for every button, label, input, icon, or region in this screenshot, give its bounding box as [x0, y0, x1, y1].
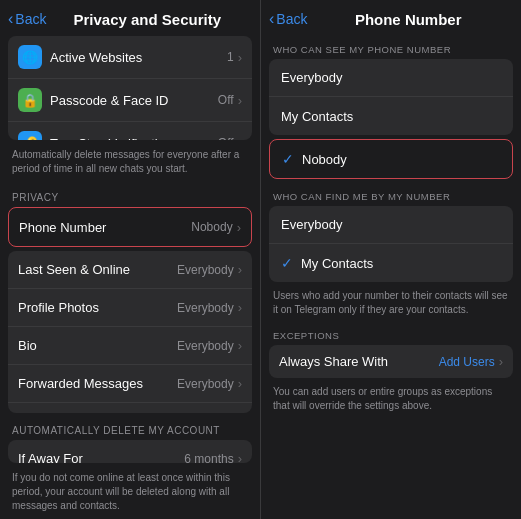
phone-number-value: Nobody [191, 220, 232, 234]
two-step-value: Off [218, 136, 234, 140]
phone-number-item[interactable]: Phone Number Nobody › [9, 208, 251, 246]
always-share-chevron-icon: › [499, 354, 503, 369]
if-away-item[interactable]: If Away For 6 months › [8, 440, 252, 463]
right-header: ‹ Back Phone Number [261, 0, 521, 36]
forwarded-messages-chevron-icon: › [238, 376, 242, 391]
everybody-see-label: Everybody [281, 70, 501, 85]
last-seen-label: Last Seen & Online [18, 262, 177, 277]
who-find-section-label: WHO CAN FIND ME BY MY NUMBER [261, 183, 521, 206]
exceptions-desc: You can add users or entire groups as ex… [261, 382, 521, 418]
left-title: Privacy and Security [46, 11, 248, 28]
bio-value: Everybody [177, 339, 234, 353]
if-away-value: 6 months [184, 452, 233, 463]
my-contacts-see-label: My Contacts [281, 109, 501, 124]
who-find-group: Everybody ✓ My Contacts [269, 206, 513, 282]
left-header: ‹ Back Privacy and Security [0, 0, 260, 36]
if-away-desc: If you do not come online at least once … [0, 467, 260, 519]
two-step-chevron-icon: › [238, 136, 242, 141]
always-share-item[interactable]: Always Share With Add Users › [269, 345, 513, 378]
everybody-find-label: Everybody [281, 217, 501, 232]
bio-item[interactable]: Bio Everybody › [8, 327, 252, 365]
active-websites-icon: 🌐 [18, 45, 42, 69]
who-see-top-group: Everybody My Contacts [269, 59, 513, 135]
privacy-section-label: PRIVACY [0, 182, 260, 207]
profile-photos-value: Everybody [177, 301, 234, 315]
left-back-button[interactable]: ‹ Back [8, 10, 46, 28]
phone-number-label: Phone Number [19, 220, 191, 235]
left-panel: ‹ Back Privacy and Security 🌐 Active Web… [0, 0, 260, 519]
right-back-button[interactable]: ‹ Back [269, 10, 307, 28]
active-websites-value: 1 [227, 50, 234, 64]
if-away-chevron-icon: › [238, 451, 242, 463]
nobody-see-item[interactable]: ✓ Nobody [270, 140, 512, 178]
my-contacts-find-label: My Contacts [301, 256, 501, 271]
if-away-group: If Away For 6 months › [8, 440, 252, 463]
passcode-chevron-icon: › [238, 93, 242, 108]
two-step-item[interactable]: 🔑 Two-Step Verification Off › [8, 122, 252, 140]
exceptions-section-label: EXCEPTIONS [261, 322, 521, 345]
right-back-chevron-icon: ‹ [269, 10, 274, 28]
two-step-label: Two-Step Verification [50, 136, 218, 141]
nobody-checkmark-icon: ✓ [282, 151, 294, 167]
forwarded-messages-item[interactable]: Forwarded Messages Everybody › [8, 365, 252, 403]
calls-item[interactable]: Calls Everybody › [8, 403, 252, 413]
passcode-label: Passcode & Face ID [50, 93, 218, 108]
passcode-icon: 🔒 [18, 88, 42, 112]
auto-delete-desc: Automatically delete messages for everyo… [0, 144, 260, 182]
left-back-chevron-icon: ‹ [8, 10, 13, 28]
always-share-label: Always Share With [279, 354, 439, 369]
everybody-see-item[interactable]: Everybody [269, 59, 513, 97]
active-websites-item[interactable]: 🌐 Active Websites 1 › [8, 36, 252, 79]
my-contacts-find-checkmark-icon: ✓ [281, 255, 293, 271]
last-seen-value: Everybody [177, 263, 234, 277]
last-seen-chevron-icon: › [238, 262, 242, 277]
profile-photos-chevron-icon: › [238, 300, 242, 315]
privacy-items-group: Last Seen & Online Everybody › Profile P… [8, 251, 252, 413]
my-contacts-see-item[interactable]: My Contacts [269, 97, 513, 135]
top-items-group: 🌐 Active Websites 1 › 🔒 Passcode & Face … [8, 36, 252, 140]
bio-label: Bio [18, 338, 177, 353]
if-away-label: If Away For [18, 451, 184, 463]
profile-photos-label: Profile Photos [18, 300, 177, 315]
two-step-icon: 🔑 [18, 131, 42, 140]
find-desc: Users who add your number to their conta… [261, 286, 521, 322]
everybody-find-item[interactable]: Everybody [269, 206, 513, 244]
active-websites-chevron-icon: › [238, 50, 242, 65]
profile-photos-item[interactable]: Profile Photos Everybody › [8, 289, 252, 327]
right-back-label: Back [276, 11, 307, 27]
left-back-label: Back [15, 11, 46, 27]
forwarded-messages-label: Forwarded Messages [18, 376, 177, 391]
add-users-label: Add Users [439, 355, 495, 369]
bio-chevron-icon: › [238, 338, 242, 353]
phone-number-chevron-icon: › [237, 220, 241, 235]
last-seen-item[interactable]: Last Seen & Online Everybody › [8, 251, 252, 289]
right-title: Phone Number [307, 11, 509, 28]
my-contacts-find-item[interactable]: ✓ My Contacts [269, 244, 513, 282]
passcode-item[interactable]: 🔒 Passcode & Face ID Off › [8, 79, 252, 122]
passcode-value: Off [218, 93, 234, 107]
phone-number-highlighted-group: Phone Number Nobody › [8, 207, 252, 247]
active-websites-label: Active Websites [50, 50, 227, 65]
nobody-highlighted-group: ✓ Nobody [269, 139, 513, 179]
nobody-see-label: Nobody [302, 152, 500, 167]
right-panel: ‹ Back Phone Number WHO CAN SEE MY PHONE… [260, 0, 521, 519]
forwarded-messages-value: Everybody [177, 377, 234, 391]
auto-account-section-label: AUTOMATICALLY DELETE MY ACCOUNT [0, 415, 260, 440]
who-see-section-label: WHO CAN SEE MY PHONE NUMBER [261, 36, 521, 59]
